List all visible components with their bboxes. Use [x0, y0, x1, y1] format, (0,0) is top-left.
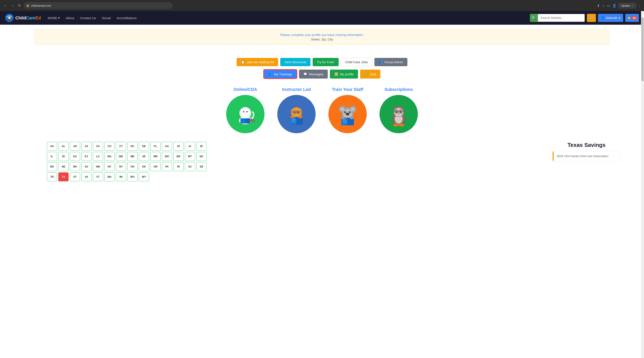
categories-section: Online/CDA	[0, 87, 644, 133]
state-button-vt[interactable]: VT	[93, 172, 103, 181]
state-button-wy[interactable]: WY	[139, 172, 149, 181]
search-input[interactable]	[538, 14, 585, 22]
state-button-pa[interactable]: PA	[162, 162, 172, 171]
nav-accreditations[interactable]: Accreditations	[114, 14, 139, 21]
state-button-mn[interactable]: MN	[150, 152, 160, 161]
state-button-oh[interactable]: OH	[127, 162, 138, 171]
nav-social[interactable]: Social	[99, 14, 113, 21]
state-button-me[interactable]: ME	[127, 152, 138, 161]
state-button-mo[interactable]: MO	[162, 152, 172, 161]
state-button-ma[interactable]: MA	[104, 152, 114, 161]
mailing-list-button[interactable]: 📋 Join our mailing list	[236, 58, 278, 66]
state-button-az[interactable]: AZ	[81, 142, 92, 151]
state-button-or[interactable]: OR	[150, 162, 160, 171]
category-instructor-led[interactable]: Instructor Led	[277, 87, 316, 133]
child-care-jobs-button[interactable]: Child Care Jobs	[341, 58, 372, 66]
state-button-ak[interactable]: AK	[47, 142, 57, 151]
address-bar[interactable]: 🔒 childcareed.com	[24, 2, 173, 9]
svg-point-4	[8, 17, 10, 19]
state-button-ca[interactable]: CA	[93, 142, 103, 151]
state-button-nv[interactable]: NV	[104, 162, 114, 171]
state-button-ok[interactable]: OK	[139, 162, 149, 171]
category-train-staff[interactable]: Train Your Staff	[328, 87, 367, 133]
my-trainings-button[interactable]: 👥 My Trainings	[264, 70, 297, 78]
svg-rect-8	[240, 118, 245, 123]
group-admin-button[interactable]: 👥 Group Admin	[374, 58, 408, 66]
state-button-sc[interactable]: SC	[185, 162, 195, 171]
main-navbar: ChildCareEd MORE ▾ About Contact Us Soci…	[0, 11, 644, 25]
state-button-co[interactable]: CO	[104, 142, 114, 151]
state-button-ms[interactable]: MS	[173, 152, 184, 161]
menu-icon[interactable]: ⋮	[638, 3, 642, 8]
category-subscriptions[interactable]: Subscriptions	[380, 87, 418, 133]
koala-reading-svg	[334, 100, 362, 128]
state-button-tn[interactable]: TN	[47, 172, 57, 181]
state-button-ri[interactable]: RI	[173, 162, 184, 171]
state-button-ar[interactable]: AR	[70, 142, 80, 151]
try-free-button[interactable]: Try for Free!	[313, 58, 338, 66]
state-button-la[interactable]: LA	[93, 152, 103, 161]
ext-icon[interactable]: ▭	[607, 3, 610, 8]
search-button[interactable]: 🔍	[530, 14, 538, 22]
svg-rect-15	[250, 119, 253, 122]
back-button[interactable]: ←	[2, 3, 8, 8]
scrollbar[interactable]	[641, 11, 644, 181]
state-button-nd[interactable]: ND	[47, 162, 57, 171]
state-button-nm[interactable]: NM	[93, 162, 103, 171]
state-button-nj[interactable]: NJ	[81, 162, 92, 171]
nav-contact[interactable]: Contact Us	[78, 14, 98, 21]
state-button-fl[interactable]: FL	[150, 142, 160, 151]
state-button-hi[interactable]: HI	[173, 142, 184, 151]
state-button-mi[interactable]: MI	[139, 152, 149, 161]
category-subscriptions-title: Subscriptions	[384, 87, 413, 92]
state-button-ky[interactable]: KY	[81, 152, 92, 161]
nav-more[interactable]: MORE ▾	[45, 14, 62, 21]
user-menu-button[interactable]: 👤 Deborah ▾	[598, 14, 623, 22]
state-button-wv[interactable]: WV	[127, 172, 138, 181]
search-container: 🔍	[530, 14, 585, 22]
state-button-in[interactable]: IN	[58, 152, 68, 161]
state-button-id[interactable]: ID	[196, 142, 206, 151]
state-button-mt[interactable]: MT	[185, 152, 195, 161]
state-button-va[interactable]: VA	[81, 172, 92, 181]
brand-logo-link[interactable]: ChildCareEd	[5, 14, 41, 22]
state-button-de[interactable]: DE	[139, 142, 149, 151]
forward-button[interactable]: →	[10, 3, 15, 8]
cart-button[interactable]: 🛒 Cart	[360, 70, 380, 78]
state-button-ny[interactable]: NY	[116, 162, 126, 171]
category-online-cda[interactable]: Online/CDA	[226, 87, 264, 133]
state-button-ut[interactable]: UT	[70, 172, 80, 181]
nav-about[interactable]: About	[63, 14, 77, 21]
my-profile-button[interactable]: 🖼️ My profile	[330, 70, 358, 78]
state-button-ia[interactable]: IA	[185, 142, 195, 151]
reload-button[interactable]: ↻	[17, 3, 22, 8]
state-button-ct[interactable]: CT	[116, 142, 126, 151]
category-online-cda-circle	[226, 95, 264, 133]
state-button-md[interactable]: MD	[116, 152, 126, 161]
navbar-cart-button[interactable]: 🛒	[587, 14, 596, 22]
state-button-tx[interactable]: TX	[58, 172, 68, 181]
category-instructor-led-circle	[277, 95, 316, 133]
star-icon[interactable]: ☆	[602, 3, 605, 8]
download-icon[interactable]: ⬇	[597, 3, 600, 8]
view-discounts-button[interactable]: View Discounts	[280, 58, 310, 66]
state-button-al[interactable]: AL	[58, 142, 68, 151]
notification-badge: 16	[632, 16, 637, 20]
state-button-nc[interactable]: NC	[196, 152, 206, 161]
alert-line1[interactable]: Please complete your profile you have mi…	[38, 33, 606, 37]
state-button-nh[interactable]: NH	[70, 162, 80, 171]
state-button-wi[interactable]: WI	[116, 172, 126, 181]
update-button[interactable]: Update ⋮	[619, 3, 636, 8]
state-button-wa[interactable]: WA	[104, 172, 114, 181]
notifications-button[interactable]: 🔔 16	[625, 14, 639, 22]
state-button-ne[interactable]: NE	[58, 162, 68, 171]
profile-icon[interactable]: 👤	[612, 3, 616, 8]
state-button-dc[interactable]: DC	[127, 142, 138, 151]
state-button-il[interactable]: IL	[47, 152, 57, 161]
state-button-ga[interactable]: GA	[162, 142, 172, 151]
state-button-sd[interactable]: SD	[196, 162, 206, 171]
messages-button[interactable]: 💬 Messages	[299, 70, 328, 78]
state-button-ks[interactable]: KS	[70, 152, 80, 161]
scrollbar-thumb[interactable]	[642, 17, 644, 81]
savings-card-inner: $100 CDA Family Child Care Subscription	[553, 151, 620, 161]
